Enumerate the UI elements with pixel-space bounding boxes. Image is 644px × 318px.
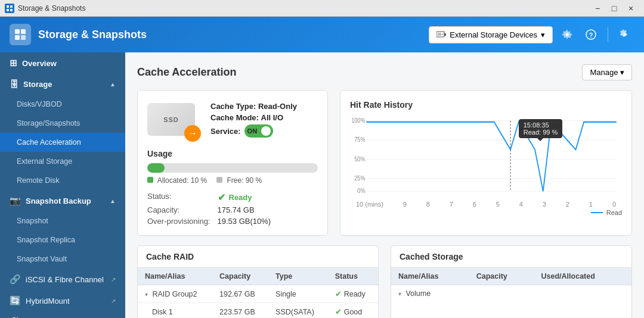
collapse-arrow-icon[interactable]: ▾ [145, 291, 148, 298]
cached-storage-title: Cached Storage [391, 246, 631, 268]
title-bar: Storage & Snapshots − □ × [0, 0, 644, 17]
close-button[interactable]: × [623, 2, 639, 15]
sidebar-iscsi-label: iSCSI & Fibre Channel [26, 275, 104, 284]
sidebar: ⊞ Overview 🗄 Storage ▲ Disks/VJBOD Stora… [0, 52, 125, 318]
hit-rate-chart-svg: 100% 75% 50% 25% 0% [350, 114, 622, 198]
gear-icon-button[interactable] [615, 25, 634, 44]
volume-name: ▾ Volume [391, 285, 469, 303]
usage-title: Usage [147, 149, 318, 158]
chart-legend: Read [350, 209, 622, 216]
cached-col-name: Name/Alias [391, 268, 469, 285]
sidebar-storage-label: Storage [23, 80, 52, 89]
status-label: Status: [147, 192, 210, 203]
sidebar-storage-header[interactable]: 🗄 Storage ▲ [0, 74, 125, 95]
free-label: Free: 90 % [227, 176, 262, 185]
ready-checkmark-icon: ✔ [218, 192, 225, 203]
toggle-knob [261, 126, 271, 136]
manage-button[interactable]: Manage ▾ [582, 64, 632, 80]
cache-raid-col-name: Name/Alias [138, 268, 212, 285]
cache-raid-table: Name/Alias Capacity Type Status ▾ RAID G… [138, 268, 378, 318]
cached-col-capacity: Capacity [469, 268, 534, 285]
header-left: Storage & Snapshots [10, 24, 147, 45]
raid-group-capacity: 192.67 GB [212, 285, 268, 303]
table-row: ▾ Volume [391, 285, 631, 303]
cache-raid-col-status: Status [328, 268, 378, 285]
header-right: External Storage Devices ▾ ? [429, 25, 634, 44]
svg-rect-6 [15, 35, 20, 40]
cached-col-used: Used/Allocated [534, 268, 631, 285]
cache-raid-card: Cache RAID Name/Alias Capacity Type Stat… [137, 245, 379, 318]
cache-type-label: Cache Type: [210, 102, 256, 111]
cache-raid-header-row: Name/Alias Capacity Type Status [138, 268, 378, 285]
cache-type-value: Read-Only [258, 102, 297, 111]
sidebar-item-remote-disk[interactable]: Remote Disk [0, 171, 125, 190]
app-header: Storage & Snapshots External Storage Dev… [0, 17, 644, 52]
ssd-card: SSD → Cache Type: Read-Only Cache Mode: … [137, 90, 328, 236]
title-bar-controls: − □ × [589, 2, 639, 15]
sidebar-item-external-storage[interactable]: External Storage [0, 152, 125, 171]
sidebar-overview-label: Overview [22, 59, 57, 68]
capacity-value: 175.74 GB [218, 205, 318, 214]
table-row: ▾ RAID Group2 192.67 GB Single ✔Ready [138, 285, 378, 303]
chart-x-axis: 10 (mins) 9 8 7 6 5 4 3 2 1 0 [350, 201, 622, 208]
sidebar-snapshot-vault-label: Snapshot Vault [17, 255, 67, 263]
x-label-3: 3 [543, 201, 546, 208]
sidebar-item-hybrid[interactable]: 🔄 HybridMount ↗ [0, 290, 125, 311]
sidebar-item-storage-snapshots[interactable]: Storage/Snapshots [0, 114, 125, 133]
help-icon-button[interactable]: ? [581, 25, 600, 44]
app-title: Storage & Snapshots [38, 29, 147, 41]
svg-text:?: ? [589, 32, 593, 39]
sidebar-remote-disk-label: Remote Disk [17, 176, 60, 185]
x-label-8: 8 [426, 201, 430, 208]
usage-fill [147, 163, 165, 173]
x-label-6: 6 [473, 201, 476, 208]
cached-storage-table: Name/Alias Capacity Used/Allocated ▾ Vol… [391, 268, 631, 302]
good-status-icon: ✔ [335, 308, 342, 316]
usage-legend: Allocated: 10 % Free: 90 % [147, 176, 318, 185]
snapshot-icon: 📷 [10, 195, 21, 206]
x-label-5: 5 [496, 201, 500, 208]
sidebar-item-disks[interactable]: Disks/VJBOD [0, 95, 125, 114]
cached-storage-header-row: Name/Alias Capacity Used/Allocated [391, 268, 631, 285]
sidebar-item-iscsi[interactable]: 🔗 iSCSI & Fibre Channel ↗ [0, 269, 125, 290]
svg-rect-0 [7, 5, 9, 8]
minimize-button[interactable]: − [589, 2, 606, 15]
status-value: Ready [229, 193, 252, 202]
overprov-label: Over-provisioning: [147, 217, 210, 226]
x-label-9: 9 [403, 201, 407, 208]
svg-rect-1 [10, 5, 13, 8]
sidebar-item-ssd[interactable]: 💾 SSD Profiling Tool ↗ [0, 311, 125, 318]
hybrid-icon: 🔄 [10, 295, 21, 306]
sidebar-snapshot-replica-label: Snapshot Replica [17, 236, 75, 244]
usage-bar [147, 163, 318, 173]
title-bar-left: Storage & Snapshots [5, 4, 85, 13]
capacity-label: Capacity: [147, 205, 210, 214]
sidebar-snapshot-item-label: Snapshot [17, 217, 48, 225]
x-label-1: 1 [589, 201, 593, 208]
sidebar-item-overview[interactable]: ⊞ Overview [0, 52, 125, 74]
disk-name: Disk 1 [138, 303, 212, 319]
sidebar-item-cache-accel[interactable]: Cache Acceleration [0, 133, 125, 152]
iscsi-icon: 🔗 [10, 274, 21, 285]
volume-collapse-icon[interactable]: ▾ [398, 291, 401, 297]
ssd-arrow-icon: → [184, 125, 201, 142]
sidebar-item-snapshot-replica[interactable]: Snapshot Replica [0, 230, 125, 250]
chart-title: Hit Rate History [350, 100, 622, 110]
sidebar-item-snapshot-vault[interactable]: Snapshot Vault [0, 250, 125, 269]
ext-storage-button[interactable]: External Storage Devices ▾ [429, 26, 553, 43]
status-ready: ✔ Ready [218, 192, 318, 203]
sidebar-snapshot-label: Snapshot Backup [26, 197, 91, 205]
bottom-row: Cache RAID Name/Alias Capacity Type Stat… [137, 245, 632, 318]
settings-icon-button[interactable] [558, 25, 577, 44]
tooltip-value: Read: 99 % [524, 129, 558, 136]
section-title: Cache Acceleration [137, 66, 236, 79]
sidebar-snapshot-header[interactable]: 📷 Snapshot Backup ▲ [0, 190, 125, 211]
status-grid: Status: ✔ Ready Capacity: 175.74 GB Over… [147, 192, 318, 226]
sidebar-item-snapshot[interactable]: Snapshot [0, 211, 125, 230]
maximize-button[interactable]: □ [606, 2, 623, 15]
raid-group-status: ✔Ready [328, 285, 378, 303]
svg-text:25%: 25% [354, 174, 365, 182]
service-toggle[interactable]: ON [244, 124, 273, 138]
service-label: Service: [210, 127, 241, 136]
free-dot [216, 177, 222, 183]
